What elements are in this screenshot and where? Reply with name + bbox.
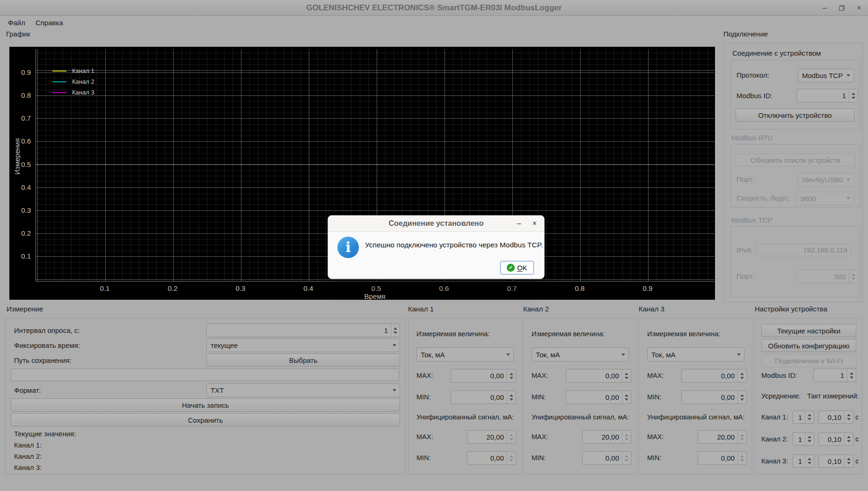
spinner-buttons[interactable] [737,369,746,382]
unified-max-spinbox-value: 20,00 [467,433,507,441]
spinner-buttons[interactable] [844,433,853,445]
format-select[interactable]: TXT [206,383,400,397]
measurement-section-label: Измерение [7,305,43,313]
legend-series-name: Канал 1 [72,67,95,74]
spinner-buttons[interactable] [844,411,853,423]
protocol-select[interactable]: Modbus TCP [798,69,854,82]
measured-quantity-label: Измеряемая величина: [416,330,489,338]
chevron-down-icon [843,74,853,77]
max-spinbox-value: 0,00 [682,372,737,380]
tact-spinbox[interactable]: 0,10 [818,455,853,468]
restore-icon[interactable] [839,5,845,11]
chart-section-label: График [6,30,30,38]
legend-entry: Канал 2 [52,76,95,87]
modbus-rtu-label: Modbus RTU [731,134,773,142]
min-spinbox[interactable]: 0,00 [451,390,516,404]
chart-legend: Канал 1Канал 2Канал 3 [52,65,95,98]
unified-signal-label: Унифицированный сигнал, мА: [647,413,744,421]
y-axis-label: Измерения [13,156,21,175]
dialog-title-bar: Соединение установлено – × [328,216,544,232]
averaging-spinbox[interactable]: 1 [793,433,814,446]
spinner-buttons [622,452,631,464]
dialog-body: i Успешно подключено устройство через Mo… [328,232,544,279]
minimize-icon[interactable]: – [823,4,827,12]
spinner-buttons[interactable] [849,89,858,102]
tact-spinbox[interactable]: 0,10 [818,433,853,446]
channel-panel-3: Измеряемая величина: Ток, мА MAX: 0,00 M… [639,318,752,474]
protocol-label: Протокол: [737,71,769,79]
connection-panel: Соединение с устройством Протокол: Modbu… [723,43,863,302]
check-icon: ✓ [507,264,515,272]
disconnect-device-button[interactable]: Отключить устройство [736,108,854,122]
fix-time-value: текущее [207,341,389,349]
unified-min-spinbox: 0,00 [582,451,631,465]
quantity-value: Ток, мА [648,351,734,359]
max-spinbox[interactable]: 0,00 [566,369,631,383]
x-tick-label: 0.5 [362,284,390,292]
chevron-down-icon [843,197,853,200]
spinner-buttons[interactable] [622,391,631,404]
path-input[interactable] [11,368,399,381]
start-recording-button[interactable]: Начать запись [11,398,400,412]
spinner-buttons[interactable] [805,455,814,467]
rtu-port-select: /dev/ttyUSB0 [798,173,854,187]
interval-label: Интервал опроса, с: [14,326,80,334]
spinner-buttons[interactable] [737,391,746,404]
close-icon[interactable]: × [857,4,861,12]
dialog-close-icon[interactable]: × [532,219,537,228]
ipv4-label: IPv4: [737,246,752,254]
legend-entry: Канал 3 [52,87,95,98]
spinner-buttons[interactable] [391,324,400,337]
menu-item-help[interactable]: Справка [30,17,68,29]
tact-spinbox[interactable]: 0,10 [818,411,853,424]
min-spinbox[interactable]: 0,00 [681,390,747,404]
unified-max-label: MAX: [532,433,548,440]
title-bar: GOLENISHCHEV ELECTRONICS® SmartTGM-ER03I… [0,0,868,16]
averaging-spinbox[interactable]: 1 [793,455,814,468]
dialog-minimize-icon[interactable]: – [517,219,521,228]
quantity-select[interactable]: Ток, мА [416,347,514,361]
spinner-buttons[interactable] [805,411,814,423]
max-spinbox[interactable]: 0,00 [451,369,516,383]
spinner-buttons[interactable] [847,369,856,382]
modbus-id-label: Modbus ID: [737,92,773,100]
window-title: GOLENISHCHEV ELECTRONICS® SmartTGM-ER03I… [306,3,562,13]
averaging-spinbox[interactable]: 1 [793,411,814,424]
modbus-id-spinbox[interactable]: 1 [796,89,858,102]
unified-min-spinbox-value: 0,00 [467,454,507,462]
update-config-button[interactable]: Обновить конфигурацию [761,339,856,352]
legend-series-name: Канал 3 [72,89,95,96]
spinner-buttons[interactable] [805,433,814,445]
quantity-select[interactable]: Ток, мА [532,347,629,361]
seconds-unit-label: с [855,413,859,421]
choose-path-button[interactable]: Выбрать [206,354,400,367]
x-tick-label: 0.7 [498,284,526,292]
device-settings-panel: Текущие настройки Обновить конфигурацию … [754,318,862,474]
spinner-buttons[interactable] [507,391,516,404]
quantity-select[interactable]: Ток, мА [647,347,744,361]
spinner-buttons[interactable] [844,455,853,467]
dialog-title: Соединение установлено [388,219,483,228]
menu-item-file[interactable]: Файл [3,17,30,29]
save-button[interactable]: Сохранить [11,413,400,426]
modbus-tcp-frame: IPv4: 192.168.0.119 Порт: 502 [730,226,861,297]
current-settings-button[interactable]: Текущие настройки [761,324,856,337]
dialog-controls: – × [517,216,537,231]
spinner-buttons[interactable] [622,369,631,382]
max-spinbox-value: 0,00 [451,372,507,380]
y-tick-label: 0.7 [9,115,31,122]
settings-modbus-id-spinbox[interactable]: 1 [813,368,856,382]
fix-time-select[interactable]: текущее [206,339,400,352]
chevron-down-icon [618,354,628,356]
spinner-buttons [622,431,631,443]
max-spinbox[interactable]: 0,00 [681,369,747,383]
tcp-port-spinbox: 502 [796,270,858,283]
chevron-down-icon [734,354,744,356]
spinner-buttons [737,452,746,464]
interval-spinbox[interactable]: 1 [206,324,400,337]
min-spinbox[interactable]: 0,00 [566,390,631,404]
ok-button[interactable]: ✓ OK [500,261,534,274]
spinner-buttons[interactable] [507,369,516,382]
measured-quantity-label: Измеряемая величина: [647,330,720,338]
measured-quantity-label: Измеряемая величина: [532,330,605,338]
